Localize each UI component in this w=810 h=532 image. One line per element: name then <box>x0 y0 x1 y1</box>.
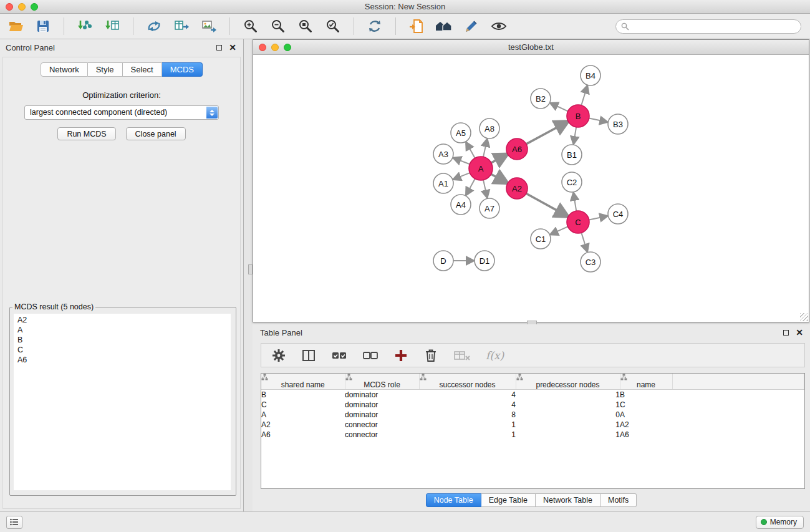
graph-node-A3[interactable]: A3 <box>433 144 453 164</box>
table-cell[interactable]: A2 <box>620 420 672 430</box>
table-row[interactable]: A2connector11A2 <box>261 420 804 430</box>
graph-edge-B-B2[interactable] <box>551 104 568 111</box>
table-cell[interactable]: B <box>620 390 672 400</box>
mcds-result-item[interactable]: B <box>14 335 231 345</box>
graph-node-A6[interactable]: A6 <box>506 138 528 160</box>
table-cell[interactable]: A6 <box>261 430 345 440</box>
table-cell[interactable]: C <box>261 400 345 410</box>
close-panel-icon[interactable]: ✕ <box>228 42 238 52</box>
zoom-window-button[interactable] <box>31 3 38 11</box>
table-cell[interactable]: dominator <box>345 390 419 400</box>
graph-edge-A6-B[interactable] <box>526 122 567 144</box>
table-cell[interactable]: dominator <box>345 410 419 420</box>
graph-node-D1[interactable]: D1 <box>475 251 494 271</box>
show-hide-panel-icon[interactable] <box>489 17 508 35</box>
close-panel-button[interactable]: Close panel <box>126 127 186 140</box>
show-columns-icon[interactable] <box>301 348 316 363</box>
export-image-icon[interactable] <box>200 17 218 35</box>
graph-edge-A2-C[interactable] <box>526 193 567 216</box>
network-canvas[interactable]: B4B2BB3A8A5A6B1A3AC2A1A2A4A7C4CC1C3DD1 <box>253 55 809 322</box>
graph-node-C1[interactable]: C1 <box>531 229 551 249</box>
tab-network-table[interactable]: Network Table <box>536 493 600 507</box>
graph-node-C[interactable]: C <box>567 211 589 233</box>
table-cell[interactable]: C <box>620 400 672 410</box>
delete-table-icon[interactable] <box>453 348 471 363</box>
mcds-result-item[interactable]: C <box>14 345 231 355</box>
table-cell[interactable]: connector <box>345 420 419 430</box>
table-row[interactable]: A6connector11A6 <box>261 430 804 440</box>
refresh-icon[interactable] <box>365 17 384 35</box>
add-row-icon[interactable] <box>393 348 408 363</box>
table-cell[interactable]: 0 <box>516 410 620 420</box>
graph-edge-C-C4[interactable] <box>589 216 607 220</box>
table-cell[interactable]: 1 <box>516 430 620 440</box>
tab-network[interactable]: Network <box>41 62 88 77</box>
float-table-panel-icon[interactable] <box>781 327 791 337</box>
table-row[interactable]: Bdominator41B <box>261 390 804 400</box>
tab-mcds[interactable]: MCDS <box>162 62 203 77</box>
new-network-icon[interactable] <box>145 17 163 35</box>
float-panel-icon[interactable] <box>214 42 224 52</box>
graph-edge-A-A3[interactable] <box>455 158 470 164</box>
open-session-icon[interactable] <box>6 17 25 35</box>
network-close-button[interactable] <box>259 44 266 51</box>
tab-node-table[interactable]: Node Table <box>426 493 481 507</box>
table-cell[interactable]: A <box>620 410 672 420</box>
close-window-button[interactable] <box>6 3 13 11</box>
table-cell[interactable]: 1 <box>419 420 516 430</box>
mcds-result-list[interactable]: A2ABCA6 <box>14 314 231 490</box>
table-row[interactable]: Adominator80A <box>261 410 804 420</box>
zoom-selected-icon[interactable] <box>324 17 342 35</box>
annotation-icon[interactable] <box>462 17 481 35</box>
close-table-panel-icon[interactable]: ✕ <box>794 327 804 337</box>
graph-node-A[interactable]: A <box>469 157 493 180</box>
table-cell[interactable]: 1 <box>516 400 620 410</box>
import-network-icon[interactable] <box>75 17 94 35</box>
open-session-file-icon[interactable] <box>407 17 426 35</box>
graph-node-A8[interactable]: A8 <box>480 118 499 138</box>
search-input[interactable] <box>632 22 796 31</box>
network-window-titlebar[interactable]: testGlobe.txt <box>253 40 809 55</box>
graph-edge-C-C1[interactable] <box>551 226 567 234</box>
mcds-result-item[interactable]: A2 <box>14 315 231 325</box>
table-cell[interactable]: A2 <box>261 420 345 430</box>
graph-node-C2[interactable]: C2 <box>562 172 582 192</box>
graph-node-A4[interactable]: A4 <box>451 195 471 215</box>
graph-node-A5[interactable]: A5 <box>451 123 471 143</box>
table-cell[interactable]: 4 <box>419 400 516 410</box>
graph-edge-C-C2[interactable] <box>574 194 576 211</box>
graph-node-A1[interactable]: A1 <box>433 173 453 193</box>
column-header-predecessor-nodes[interactable]: predecessor nodes <box>516 374 620 390</box>
table-cell[interactable]: 4 <box>419 390 516 400</box>
graph-node-B3[interactable]: B3 <box>608 114 628 134</box>
zoom-in-icon[interactable] <box>241 17 260 35</box>
graph-node-B4[interactable]: B4 <box>581 65 600 85</box>
select-all-icon[interactable] <box>331 348 347 363</box>
run-mcds-button[interactable]: Run MCDS <box>57 127 115 140</box>
import-table-icon[interactable] <box>103 17 122 35</box>
network-minimize-button[interactable] <box>271 44 279 51</box>
graph-edge-A-A2[interactable] <box>491 174 506 182</box>
table-cell[interactable]: connector <box>345 430 419 440</box>
graph-edge-A-A4[interactable] <box>466 179 475 195</box>
tab-select[interactable]: Select <box>123 62 162 77</box>
graph-edge-A-A1[interactable] <box>455 173 470 179</box>
column-header-successor-nodes[interactable]: successor nodes <box>419 374 516 390</box>
zoom-out-icon[interactable] <box>269 17 287 35</box>
table-cell[interactable]: A6 <box>620 430 672 440</box>
graph-edge-A-A7[interactable] <box>483 180 487 197</box>
export-table-icon[interactable] <box>172 17 191 35</box>
column-header-name[interactable]: name <box>620 374 672 390</box>
search-field[interactable] <box>615 19 801 34</box>
deselect-all-icon[interactable] <box>362 348 378 363</box>
graph-node-A2[interactable]: A2 <box>506 178 528 199</box>
network-zoom-button[interactable] <box>284 44 291 51</box>
splitter-handle[interactable] <box>248 264 253 274</box>
settings-gear-icon[interactable] <box>271 348 286 363</box>
table-row[interactable]: Cdominator41C <box>261 400 804 410</box>
graph-node-B2[interactable]: B2 <box>531 89 551 109</box>
function-builder-icon[interactable]: f(x) <box>486 349 504 362</box>
graph-node-A7[interactable]: A7 <box>480 198 499 218</box>
tab-motifs[interactable]: Motifs <box>600 493 637 507</box>
graph-node-B1[interactable]: B1 <box>562 145 582 165</box>
